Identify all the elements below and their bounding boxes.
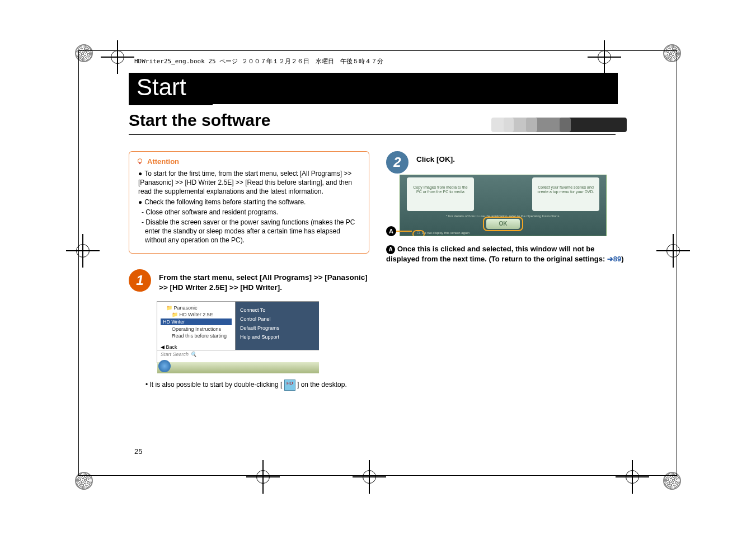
app-launch-screenshot: Copy images from media to the PC or from… — [400, 175, 607, 236]
attention-bullet: ●To start for the first time, from the s… — [138, 169, 362, 196]
hd-desktop-icon: HD — [284, 380, 295, 391]
panel-copy-label: Copy images from media to the PC or from… — [407, 177, 474, 203]
attention-subitem: - Close other software and resident prog… — [138, 208, 362, 217]
callout-badge-a: A — [386, 226, 396, 236]
callout-description: AOnce this is clicked and selected, this… — [386, 244, 627, 264]
dont-show-checkbox[interactable]: ☐Do not display this screen again — [417, 231, 469, 235]
page-link[interactable]: ➔89 — [607, 255, 621, 263]
start-orb-icon — [158, 360, 171, 372]
start-menu-screenshot: 📁 Panasonic 📁 HD Writer 2.5E HD Writer O… — [157, 301, 319, 363]
attention-box: Attention ●To start for the first time, … — [129, 151, 369, 254]
taskbar — [157, 362, 319, 373]
subtitle-decoration — [481, 118, 627, 134]
menu-item-selected: HD Writer — [161, 318, 232, 325]
menu-item: Operating Instructions — [161, 326, 232, 332]
start-search: Start Search 🔍 — [157, 350, 319, 362]
svg-rect-1 — [139, 162, 140, 164]
callout-leader-line — [396, 231, 412, 232]
step-1-badge: 1 — [129, 269, 151, 292]
menu-right-item: Control Panel — [240, 316, 314, 322]
ok-highlight-ring — [483, 217, 523, 231]
attention-label: Attention — [147, 157, 179, 166]
subtitle-rule — [129, 134, 616, 135]
panel-create-label: Collect your favorite scenes and create … — [532, 177, 599, 203]
menu-back: ◀ Back — [161, 344, 177, 350]
lightbulb-icon — [136, 158, 144, 166]
step-2-badge: 2 — [386, 151, 408, 174]
menu-folder: 📁 HD Writer 2.5E — [161, 312, 232, 317]
menu-right-item: Default Programs — [240, 325, 314, 331]
page-number: 25 — [134, 447, 142, 456]
menu-item: Read this before starting — [161, 333, 232, 339]
menu-folder: 📁 Panasonic — [161, 305, 232, 311]
page-title: Start — [129, 73, 213, 105]
step-2-text: Click [OK]. — [416, 151, 455, 165]
callout-badge-a-inline: A — [386, 245, 395, 254]
attention-bullet: ●Check the following items before starti… — [138, 198, 362, 207]
svg-point-0 — [138, 158, 142, 162]
attention-subitem: - Disable the screen saver or the power … — [138, 218, 362, 245]
checkbox-highlight-ring — [412, 230, 425, 236]
step-1-text: From the start menu, select [All Program… — [159, 269, 369, 294]
menu-right-item: Connect To — [240, 307, 314, 313]
menu-right-item: Help and Support — [240, 334, 314, 340]
print-header: HDWriter25_eng.book 25 ページ ２００７年１２月２６日 水… — [134, 57, 610, 67]
step-1-footnote: • It is also possible to start by double… — [145, 380, 369, 391]
